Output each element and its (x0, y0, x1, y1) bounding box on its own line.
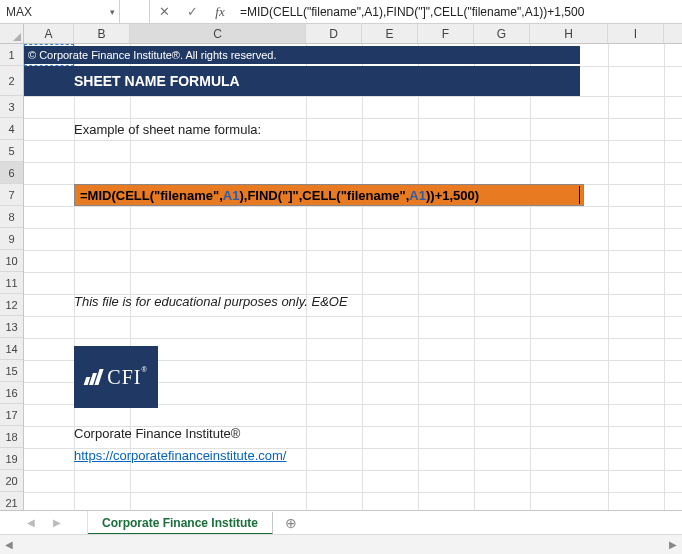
formula-bar-row: MAX ▾ ✕ ✓ fx =MID(CELL("filename",A1),FI… (0, 0, 682, 24)
row-header-9[interactable]: 9 (0, 228, 23, 250)
row-header-3[interactable]: 3 (0, 96, 23, 118)
column-header-B[interactable]: B (74, 24, 130, 43)
formula-bar-input[interactable]: =MID(CELL("filename",A1),FIND("]",CELL("… (234, 0, 682, 23)
disclaimer-text: This file is for educational purposes on… (74, 294, 348, 309)
cfi-logo: CFI® (74, 346, 158, 408)
column-header-C[interactable]: C (130, 24, 306, 43)
row-header-13[interactable]: 13 (0, 316, 23, 338)
sheet-tab-active[interactable]: Corporate Finance Institute (88, 512, 273, 535)
logo-bars-icon (85, 369, 101, 385)
row-header-10[interactable]: 10 (0, 250, 23, 272)
column-header-G[interactable]: G (474, 24, 530, 43)
horizontal-scrollbar[interactable]: ◀ ▶ (0, 534, 682, 554)
logo-text: CFI (107, 366, 141, 388)
row-header-16[interactable]: 16 (0, 382, 23, 404)
row-header-18[interactable]: 18 (0, 426, 23, 448)
tab-nav: ◀ ▶ (0, 511, 88, 534)
column-header-A[interactable]: A (24, 24, 74, 43)
copyright-banner: © Corporate Finance Institute®. All righ… (24, 46, 580, 64)
row-header-6[interactable]: 6 (0, 162, 23, 184)
fx-icon: fx (215, 4, 224, 20)
row-headers: 123456789101112131415161718192021 (0, 44, 24, 514)
row-header-19[interactable]: 19 (0, 448, 23, 470)
row-header-11[interactable]: 11 (0, 272, 23, 294)
namebox-text: MAX (6, 5, 105, 19)
column-header-E[interactable]: E (362, 24, 418, 43)
scroll-track[interactable] (36, 538, 646, 552)
namebox-dropdown-icon[interactable]: ▾ (105, 7, 119, 17)
cells-area[interactable]: © Corporate Finance Institute®. All righ… (24, 44, 682, 514)
x-icon: ✕ (159, 4, 170, 19)
formula-bar-spacer (120, 0, 150, 23)
scroll-right-icon[interactable]: ▶ (664, 539, 682, 550)
row-header-20[interactable]: 20 (0, 470, 23, 492)
column-headers: ABCDEFGHI (24, 24, 682, 44)
tab-prev-icon[interactable]: ◀ (27, 517, 35, 528)
column-header-D[interactable]: D (306, 24, 362, 43)
edit-caret (579, 186, 580, 204)
company-url-link[interactable]: https://corporatefinanceinstitute.com/ (74, 448, 286, 463)
sheet-tab-bar: ◀ ▶ Corporate Finance Institute ⊕ (0, 510, 682, 534)
check-icon: ✓ (187, 4, 198, 19)
row-header-5[interactable]: 5 (0, 140, 23, 162)
column-header-H[interactable]: H (530, 24, 608, 43)
spreadsheet-grid: ABCDEFGHI 123456789101112131415161718192… (0, 24, 682, 514)
column-header-F[interactable]: F (418, 24, 474, 43)
row-header-12[interactable]: 12 (0, 294, 23, 316)
formula-cell[interactable]: =MID(CELL("filename",A1),FIND("]",CELL("… (74, 184, 584, 206)
namebox[interactable]: MAX ▾ (0, 0, 120, 23)
select-all-corner[interactable] (0, 24, 24, 44)
company-name: Corporate Finance Institute® (74, 426, 240, 441)
cancel-edit-button[interactable]: ✕ (150, 0, 178, 23)
scroll-left-icon[interactable]: ◀ (0, 539, 18, 550)
row-header-4[interactable]: 4 (0, 118, 23, 140)
row-header-1[interactable]: 1 (0, 44, 23, 66)
column-header-I[interactable]: I (608, 24, 664, 43)
tab-next-icon[interactable]: ▶ (53, 517, 61, 528)
row-header-2[interactable]: 2 (0, 66, 23, 96)
row-header-14[interactable]: 14 (0, 338, 23, 360)
new-sheet-button[interactable]: ⊕ (273, 511, 309, 534)
row-header-7[interactable]: 7 (0, 184, 23, 206)
row-header-8[interactable]: 8 (0, 206, 23, 228)
plus-circle-icon: ⊕ (285, 515, 297, 531)
confirm-edit-button[interactable]: ✓ (178, 0, 206, 23)
row-header-15[interactable]: 15 (0, 360, 23, 382)
row-header-17[interactable]: 17 (0, 404, 23, 426)
title-banner: SHEET NAME FORMULA (24, 66, 580, 96)
example-label: Example of sheet name formula: (74, 122, 261, 137)
insert-function-button[interactable]: fx (206, 0, 234, 23)
